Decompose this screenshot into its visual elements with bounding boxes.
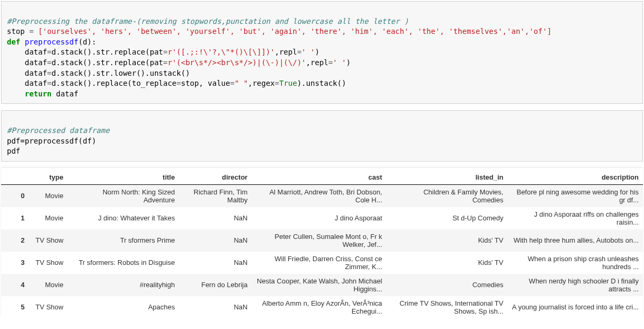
table-header-row: type title director cast listed_in descr…: [1, 170, 643, 185]
string-literal: ' ': [333, 58, 346, 67]
cell-listed_in: Kids' TV: [387, 252, 508, 274]
code-text: dataf: [7, 48, 47, 56]
true-literal: True: [279, 79, 297, 87]
code-text: ,repl: [275, 48, 297, 56]
code-text: d.stack().str.lower().unstack(): [51, 69, 190, 77]
eq-op: =: [275, 79, 279, 87]
cell-cast: J dino Asporaat: [252, 207, 386, 229]
cell-director: NaN: [179, 207, 252, 229]
cell-director: NaN: [179, 252, 252, 274]
cell-description: When nerdy high schooler D i finally att…: [507, 274, 643, 296]
code-text: ).unstack(): [297, 79, 346, 87]
col-header-type: type: [29, 170, 67, 185]
code-text: dataf: [7, 79, 47, 87]
code-text: ,repl: [306, 58, 328, 67]
row-index: 5: [1, 296, 29, 318]
string-literal: r'([.;:!\'?,\"*()\[\]])': [167, 48, 274, 56]
col-header-cast: cast: [252, 170, 386, 185]
cell-type: Movie: [29, 207, 67, 229]
cell-title: Tr sformers: Robots in Disguise: [68, 252, 180, 274]
eq-op: =: [29, 27, 33, 35]
cell-cast: Al Marriott, Andrew Toth, Bri Dobson, Co…: [252, 184, 386, 207]
code-text: pdf: [7, 147, 20, 155]
func-args: (d):: [78, 38, 96, 46]
table-row: 1MovieJ dino: Whatever it TakesNaNJ dino…: [1, 207, 643, 229]
cell-listed_in: Crime TV Shows, International TV Shows, …: [387, 296, 508, 318]
table-row: 4Movie#realityhighFern do LebrijaNesta C…: [1, 274, 643, 296]
table-row: 5TV ShowApachesNaNAlberto Amm n, Eloy Az…: [1, 296, 643, 318]
def-keyword: def: [7, 38, 20, 46]
code-text: ): [315, 48, 319, 56]
return-keyword: return: [25, 90, 52, 98]
code-text: ,regex: [248, 79, 275, 87]
code-text: stop: [7, 27, 29, 35]
col-header-index: [1, 170, 29, 185]
table-row: 3TV ShowTr sformers: Robots in DisguiseN…: [1, 252, 643, 274]
cell-director: Richard Finn, Tim Maltby: [179, 184, 252, 207]
cell-cast: Peter Cullen, Sumalee Mont o, Fr k Welke…: [252, 229, 386, 252]
row-index: 1: [1, 207, 29, 229]
eq-op: =: [230, 79, 234, 87]
func-name: preprocessdf: [20, 38, 78, 46]
code-text: dataf: [51, 90, 78, 98]
cell-director: NaN: [179, 296, 252, 318]
code-cell-2: #Preprocessed dataframe pdf=preprocessdf…: [1, 110, 643, 161]
row-index: 3: [1, 252, 29, 274]
code-text: stop, value: [181, 79, 230, 87]
code-text: dataf: [7, 69, 47, 77]
cell-cast: Nesta Cooper, Kate Walsh, John Michael H…: [252, 274, 386, 296]
cell-cast: Will Friedle, Darren Criss, Const ce Zim…: [252, 252, 386, 274]
code-cell-1: #Preprocessing the dataframe-(removing s…: [1, 1, 643, 104]
cell-title: #realityhigh: [68, 274, 180, 296]
code-text: ): [346, 58, 351, 67]
cell-listed_in: Kids' TV: [387, 229, 508, 252]
string-literal: ['ourselves', 'hers', 'between', 'yourse…: [38, 27, 551, 35]
dataframe-table: type title director cast listed_in descr…: [1, 170, 643, 318]
comment-line: #Preprocessed dataframe: [7, 126, 110, 135]
table-body: 0MovieNorm North: King Sized AdventureRi…: [1, 184, 643, 318]
cell-description: With help three hum allies, Autobots on.…: [507, 229, 643, 252]
code-text: dataf: [7, 58, 47, 67]
col-header-description: description: [507, 170, 643, 185]
cell-director: Fern do Lebrija: [179, 274, 252, 296]
cell-listed_in: Comedies: [387, 274, 508, 296]
cell-listed_in: St d-Up Comedy: [387, 207, 508, 229]
cell-cast: Alberto Amm n, Eloy AzorÃ­n, VerÃ³nica E…: [252, 296, 386, 318]
cell-title: J dino: Whatever it Takes: [68, 207, 180, 229]
table-row: 0MovieNorm North: King Sized AdventureRi…: [1, 184, 643, 207]
col-header-listed-in: listed_in: [387, 170, 508, 185]
code-text: d.stack().replace(to_replace: [51, 79, 176, 87]
dataframe-output: type title director cast listed_in descr…: [1, 168, 643, 318]
code-text: pdf=preprocessdf(df): [7, 137, 96, 145]
cell-type: Movie: [29, 274, 67, 296]
cell-listed_in: Children & Family Movies, Comedies: [387, 184, 508, 207]
string-literal: r'(<br\s*/><br\s*/>)|(\-)|(\/)': [167, 58, 306, 67]
col-header-director: director: [179, 170, 252, 185]
row-index: 0: [1, 184, 29, 207]
comment-line: #Preprocessing the dataframe-(removing s…: [7, 17, 409, 25]
cell-title: Apaches: [68, 296, 180, 318]
cell-description: Before pl ning awesome wedding for his g…: [507, 184, 643, 207]
eq-op: =: [176, 79, 181, 87]
cell-type: TV Show: [29, 252, 67, 274]
row-index: 4: [1, 274, 29, 296]
cell-title: Tr sformers Prime: [68, 229, 180, 252]
string-literal: " ": [235, 79, 248, 87]
table-row: 2TV ShowTr sformers PrimeNaNPeter Cullen…: [1, 229, 643, 252]
code-text: d.stack().str.replace(pat: [51, 58, 163, 67]
col-header-title: title: [68, 170, 180, 185]
cell-description: When a prison ship crash unleashes hundr…: [507, 252, 643, 274]
cell-type: Movie: [29, 184, 67, 207]
cell-director: NaN: [179, 229, 252, 252]
code-text: d.stack().str.replace(pat: [51, 48, 163, 56]
cell-type: TV Show: [29, 296, 67, 318]
row-index: 2: [1, 229, 29, 252]
cell-description: A young journalist is forced into a life…: [507, 296, 643, 318]
cell-description: J dino Asporaat riffs on challenges rais…: [507, 207, 643, 229]
cell-type: TV Show: [29, 229, 67, 252]
string-literal: ' ': [301, 48, 315, 56]
cell-title: Norm North: King Sized Adventure: [68, 184, 180, 207]
